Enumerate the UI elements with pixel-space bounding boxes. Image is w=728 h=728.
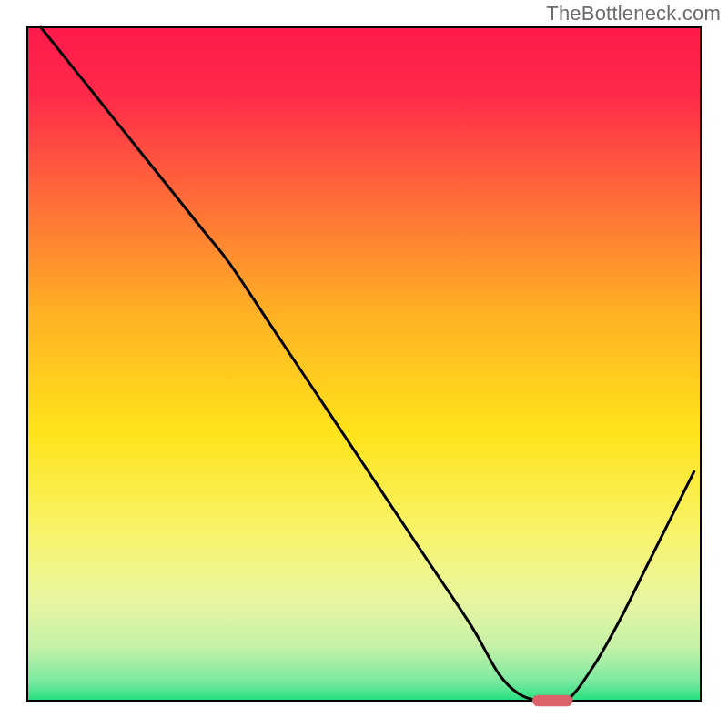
chart-stage: TheBottleneck.com — [0, 0, 728, 728]
bottleneck-chart — [0, 0, 728, 728]
plot-background — [27, 27, 701, 701]
watermark-text: TheBottleneck.com — [546, 2, 721, 25]
optimal-marker — [532, 695, 572, 707]
